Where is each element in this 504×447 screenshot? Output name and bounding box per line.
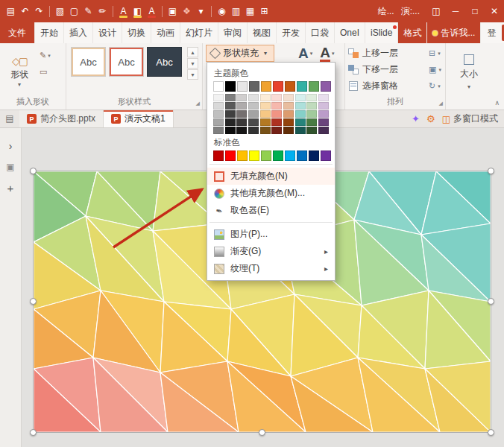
theme-color-variant-swatch[interactable]: [248, 102, 259, 110]
align-objects-button[interactable]: ⊟▾: [429, 46, 441, 60]
theme-color-swatch[interactable]: [237, 81, 248, 92]
shapes-icon[interactable]: ❖: [180, 4, 194, 19]
table-icon[interactable]: ▦: [243, 4, 257, 19]
grid-icon[interactable]: ⊞: [257, 4, 271, 19]
theme-color-variant-swatch[interactable]: [248, 110, 259, 118]
gallery-up-button[interactable]: ▲: [187, 47, 198, 57]
theme-color-variant-swatch[interactable]: [283, 94, 294, 101]
standard-color-swatch[interactable]: [225, 150, 236, 161]
theme-color-variant-swatch[interactable]: [260, 127, 271, 134]
theme-color-variant-swatch[interactable]: [213, 102, 224, 110]
selection-handle-sw[interactable]: [30, 429, 37, 436]
theme-color-variant-swatch[interactable]: [236, 118, 247, 126]
shape-fill-button[interactable]: 形状填充 ▾: [206, 45, 274, 62]
theme-color-variant-swatch[interactable]: [236, 102, 247, 110]
theme-color-variant-swatch[interactable]: [236, 127, 247, 134]
standard-color-swatch[interactable]: [309, 150, 319, 161]
selection-handle-nw[interactable]: [30, 168, 37, 174]
sign-in-button[interactable]: 登录: [481, 22, 502, 43]
document-tab-1[interactable]: P简介头图.pptx: [19, 110, 104, 127]
theme-color-variant-swatch[interactable]: [248, 94, 259, 101]
wordart-style-button[interactable]: A ▾: [298, 45, 312, 62]
minimize-icon[interactable]: ─: [446, 0, 465, 22]
theme-color-variant-swatch[interactable]: [318, 94, 329, 101]
arrange-selection-pane-button[interactable]: 选择窗格: [348, 79, 398, 93]
theme-color-variant-swatch[interactable]: [225, 102, 236, 110]
ribbon-tab-developer[interactable]: 开发: [277, 22, 306, 43]
theme-color-variant-swatch[interactable]: [306, 110, 317, 118]
theme-color-swatch[interactable]: [309, 81, 319, 92]
theme-color-swatch[interactable]: [249, 81, 259, 92]
new-slide-plus-button[interactable]: +: [7, 182, 14, 194]
ribbon-tab-pocket[interactable]: 口袋: [306, 22, 335, 43]
size-button[interactable]: 大小 ▾: [452, 48, 486, 97]
theme-color-variant-swatch[interactable]: [318, 110, 329, 118]
selection-handle-e[interactable]: [488, 298, 494, 305]
theme-color-variant-swatch[interactable]: [271, 110, 282, 118]
menu-item-gradient[interactable]: 渐变(G)▸: [207, 243, 335, 260]
theme-colors-icon[interactable]: ◉: [215, 4, 229, 19]
dialog-launcher-icon[interactable]: ◢: [196, 101, 200, 107]
menu-item-no-fill[interactable]: 无填充颜色(N): [207, 168, 335, 185]
theme-color-variant-swatch[interactable]: [213, 127, 224, 134]
collapse-ribbon-button[interactable]: ∧: [494, 99, 500, 107]
menu-item-texture[interactable]: 纹理(T)▸: [207, 260, 335, 277]
redo-icon[interactable]: ↷: [32, 4, 46, 19]
plugin-sparkle-icon[interactable]: ✦: [412, 113, 420, 124]
standard-color-swatch[interactable]: [273, 150, 283, 161]
menu-item-eyedropper[interactable]: ✒取色器(E): [207, 202, 335, 219]
slide-icon[interactable]: ▢: [67, 4, 81, 19]
settings-gear-icon[interactable]: ⚙: [426, 113, 435, 124]
theme-color-variant-swatch[interactable]: [213, 110, 224, 118]
close-icon[interactable]: ✕: [485, 0, 504, 22]
selection-handle-se[interactable]: [488, 429, 494, 436]
theme-color-swatch[interactable]: [297, 81, 307, 92]
text-fill-button[interactable]: A ▾: [320, 45, 334, 62]
theme-color-variant-swatch[interactable]: [225, 94, 236, 101]
theme-color-variant-swatch[interactable]: [260, 118, 271, 126]
menu-item-picture[interactable]: 图片(P)...: [207, 226, 335, 243]
theme-color-variant-swatch[interactable]: [283, 127, 294, 134]
ribbon-tab-home[interactable]: 开始: [35, 22, 64, 43]
multi-window-mode-toggle[interactable]: ◫ 多窗口模式: [442, 112, 498, 125]
theme-color-variant-swatch[interactable]: [318, 118, 329, 126]
selection-handle-w[interactable]: [30, 298, 37, 305]
theme-color-variant-swatch[interactable]: [271, 102, 282, 110]
theme-color-variant-swatch[interactable]: [306, 94, 317, 101]
ribbon-display-options-icon[interactable]: ◫: [426, 0, 446, 22]
edit-shape-button[interactable]: ✎▾: [40, 51, 51, 60]
selection-handle-s[interactable]: [259, 429, 265, 436]
gallery-more-button[interactable]: ▼: [187, 69, 198, 80]
standard-color-swatch[interactable]: [297, 150, 307, 161]
theme-color-swatch[interactable]: [213, 81, 224, 92]
shape-style-preview-2[interactable]: Abc: [109, 47, 144, 77]
standard-color-swatch[interactable]: [285, 150, 295, 161]
slide-layout-icon[interactable]: ▥: [229, 4, 243, 19]
standard-color-swatch[interactable]: [249, 150, 259, 161]
theme-color-swatch[interactable]: [285, 81, 295, 92]
theme-color-variant-swatch[interactable]: [225, 118, 236, 126]
gallery-down-button[interactable]: ▼: [187, 58, 198, 69]
theme-color-variant-swatch[interactable]: [271, 94, 282, 101]
ribbon-tab-onekey[interactable]: OneI: [335, 22, 365, 43]
ribbon-tab-tellme[interactable]: 告诉我...: [427, 22, 481, 43]
theme-color-variant-swatch[interactable]: [295, 94, 306, 101]
theme-color-variant-swatch[interactable]: [260, 110, 271, 118]
text-box-button[interactable]: ▭: [40, 67, 51, 77]
ribbon-tab-slideshow[interactable]: 幻灯片: [180, 22, 218, 43]
standard-color-swatch[interactable]: [321, 150, 331, 161]
theme-color-variant-swatch[interactable]: [295, 110, 306, 118]
theme-color-swatch[interactable]: [225, 81, 236, 92]
theme-color-variant-swatch[interactable]: [260, 94, 271, 101]
theme-color-variant-swatch[interactable]: [225, 110, 236, 118]
theme-color-variant-swatch[interactable]: [295, 118, 306, 126]
ribbon-tab-file[interactable]: 文件: [0, 22, 35, 43]
format-painter-icon[interactable]: ✏: [95, 4, 110, 19]
theme-color-variant-swatch[interactable]: [260, 102, 271, 110]
theme-color-variant-swatch[interactable]: [248, 118, 259, 126]
ribbon-tab-view[interactable]: 视图: [248, 22, 277, 43]
ribbon-tab-islide[interactable]: iSlide: [365, 22, 398, 43]
expand-pane-chevron-icon[interactable]: ›: [9, 140, 13, 152]
arrange-bring-forward-button[interactable]: 上移一层: [348, 46, 398, 60]
ribbon-tab-review[interactable]: 审阅: [218, 22, 248, 43]
